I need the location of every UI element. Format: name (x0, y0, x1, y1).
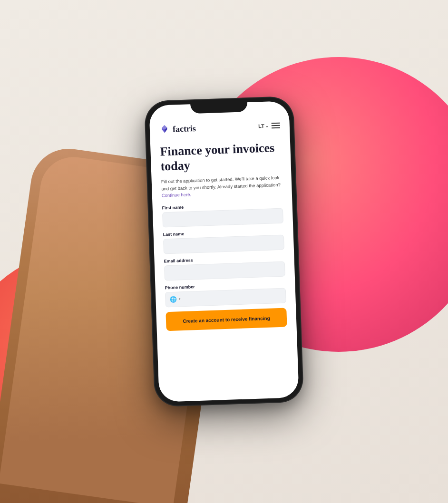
logo-text: factris (173, 123, 196, 134)
navbar: factris LT ⌄ (159, 120, 281, 135)
phone-chevron-icon: ▾ (178, 297, 180, 301)
phone-device: factris LT ⌄ (145, 97, 303, 406)
first-name-group: First name (162, 202, 283, 228)
hamburger-line-1 (272, 123, 280, 124)
screen-content: factris LT ⌄ (149, 101, 299, 402)
phone-input-wrapper[interactable]: 🌐 ▾ (165, 288, 286, 308)
create-account-button[interactable]: Create an account to receive financing (166, 308, 287, 331)
email-group: Email address (164, 255, 285, 281)
lang-selector[interactable]: LT ⌄ (258, 123, 269, 129)
logo-icon (159, 124, 170, 135)
last-name-group: Last name (163, 228, 284, 254)
hero-subtitle-text: Fill out the application to get started.… (161, 175, 281, 191)
continue-link[interactable]: Continue here. (162, 192, 192, 198)
last-name-input[interactable] (163, 235, 284, 254)
hero-subtitle: Fill out the application to get started.… (161, 174, 282, 199)
lang-label: LT (258, 123, 264, 129)
hamburger-line-3 (272, 127, 280, 129)
phone-notch (190, 98, 248, 114)
first-name-input[interactable] (162, 208, 283, 228)
registration-form: First name Last name Email address (162, 202, 287, 331)
scene: factris LT ⌄ (0, 0, 448, 503)
phone-screen: factris LT ⌄ (149, 101, 299, 402)
phone-wrapper: factris LT ⌄ (145, 97, 303, 406)
nav-right: LT ⌄ (258, 123, 280, 129)
hamburger-line-2 (272, 125, 280, 126)
globe-icon: 🌐 (169, 296, 176, 303)
chevron-down-icon: ⌄ (265, 124, 269, 128)
hero-title: Finance your invoices today (160, 140, 282, 174)
email-input[interactable] (164, 261, 285, 281)
logo: factris (159, 123, 196, 135)
phone-group: Phone number 🌐 ▾ (165, 281, 286, 308)
hamburger-menu-button[interactable] (272, 123, 280, 129)
